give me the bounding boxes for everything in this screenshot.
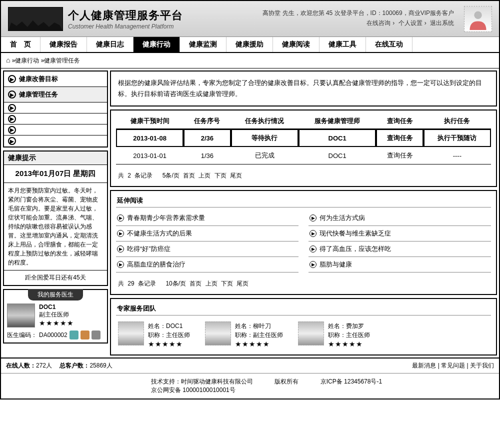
sidebar-item-1[interactable]: ▶健康管理任务 — [4, 87, 107, 102]
header-user-info: 高协堂 先生，欢迎您第 45 次登录平台，ID：100069，商业VIP服务客户… — [262, 8, 454, 28]
reading-item[interactable]: ▶不健康生活方式的后果 — [116, 226, 298, 242]
arrow-right-icon: ▶ — [117, 246, 124, 252]
sidebar-item-0[interactable]: ▶健康改善目标 — [4, 72, 107, 87]
reading-item[interactable]: ▶吃得“好”防癌症 — [116, 242, 298, 257]
member-rating: ★★★★★ — [235, 340, 283, 348]
task-cell: 2/36 — [184, 129, 230, 147]
reading-item[interactable]: ▶现代快餐与维生素缺乏症 — [308, 226, 491, 242]
team-member[interactable]: 姓名：柳叶刀职称：副主任医师★★★★★ — [205, 322, 283, 348]
nav-item-7[interactable]: 健康工具 — [320, 37, 366, 52]
nav-item-8[interactable]: 在线互动 — [366, 37, 412, 52]
reading-pager: 共 29 条记录 10条/页 首页 上页 下页 尾页 — [116, 272, 491, 291]
nav-item-3[interactable]: 健康行动 — [134, 37, 180, 52]
link-online-consult[interactable]: 在线咨询 — [366, 20, 390, 26]
nav-item-5[interactable]: 健康援助 — [226, 37, 273, 52]
task-page-first[interactable]: 首页 — [183, 172, 195, 179]
task-col-header: 任务执行情况 — [231, 114, 298, 129]
team-member[interactable]: 姓名：DOC1职称：主任医师★★★★★ — [118, 322, 190, 348]
link-personal-settings[interactable]: 个人设置 — [398, 20, 422, 26]
reading-item[interactable]: ▶何为生活方式病 — [308, 210, 491, 226]
task-row[interactable]: 2013-01-011/36已完成DOC1查询任务---- — [116, 147, 491, 164]
my-doctor-tab: 我的服务医生 — [28, 289, 83, 300]
logo-block: 个人健康管理服务平台 Customer Health Management Pl… — [8, 7, 183, 31]
footer-link[interactable]: 常见问题 — [441, 362, 465, 369]
nav-item-4[interactable]: 健康监测 — [180, 37, 226, 52]
action-chip-1[interactable] — [70, 330, 78, 340]
sidebar-item-empty[interactable]: ▶ — [4, 136, 107, 146]
arrow-right-icon: ▶ — [8, 104, 16, 112]
logo-image — [8, 7, 63, 31]
arrow-right-icon: ▶ — [8, 137, 16, 145]
reading-header: 延伸阅读 — [116, 194, 491, 208]
doctor-photo[interactable] — [7, 304, 35, 328]
sidebar-item-empty[interactable]: ▶ — [4, 124, 107, 136]
task-col-header: 服务健康管理师 — [298, 114, 376, 129]
member-title: 主任医师 — [166, 332, 190, 338]
footer-link[interactable]: 最新消息 — [412, 362, 436, 369]
doctor-code-label: 医生编码： — [7, 331, 37, 340]
reading-item[interactable]: ▶脂肪与健康 — [308, 257, 491, 272]
nav-item-2[interactable]: 健康日志 — [87, 37, 134, 52]
task-col-header: 执行任务 — [424, 114, 491, 129]
header: 个人健康管理服务平台 Customer Health Management Pl… — [1, 1, 499, 37]
task-cell: 等待执行 — [231, 129, 298, 147]
task-per-page: 5条/页 — [162, 172, 180, 179]
user-avatar[interactable] — [464, 6, 492, 32]
arrow-right-icon: ▶ — [117, 261, 124, 268]
platform-title-zh: 个人健康管理服务平台 — [68, 8, 183, 23]
member-rating: ★★★★★ — [148, 340, 190, 348]
task-cell: 已完成 — [231, 147, 298, 164]
member-title: 主任医师 — [346, 332, 370, 338]
task-pager: 共 2 条记录 5条/页 首页 上页 下页 尾页 — [116, 164, 491, 183]
member-name: 费加罗 — [346, 322, 364, 330]
task-cell: 1/36 — [184, 147, 230, 164]
task-cell[interactable]: 查询任务 — [376, 129, 423, 147]
reading-item[interactable]: ▶高脂血症的膳食治疗 — [116, 257, 298, 272]
reading-item[interactable]: ▶得了高血压，应该怎样吃 — [308, 242, 491, 257]
nav-item-0[interactable]: 首 页 — [1, 37, 40, 52]
sidebar-item-empty[interactable]: ▶ — [4, 114, 107, 124]
doctor-code: DA000002 — [39, 332, 68, 338]
task-table-panel: 健康干预时间任务序号任务执行情况服务健康管理师查询任务执行任务 2013-01-… — [110, 110, 497, 187]
action-chip-2[interactable] — [80, 330, 90, 340]
tip-header: 健康提示 — [4, 152, 107, 165]
reading-page-first[interactable]: 首页 — [190, 280, 202, 287]
gongan-number: 10000100010001号 — [182, 386, 235, 394]
nav-item-1[interactable]: 健康报告 — [40, 37, 87, 52]
link-logout[interactable]: 退出系统 — [430, 20, 454, 26]
reading-total: 29 — [128, 280, 134, 287]
task-cell[interactable]: ---- — [424, 147, 491, 164]
arrow-right-icon: ▶ — [8, 126, 16, 134]
team-member[interactable]: 姓名：费加罗职称：主任医师★★★★★ — [298, 322, 370, 348]
footer-stats: 在线人数：272人 总客户数：25869人 最新消息 | 常见问题 | 关于我们 — [1, 358, 499, 373]
reading-page-next[interactable]: 下页 — [221, 280, 233, 287]
breadcrumb-path: »健康行动 »健康管理任务 — [10, 57, 80, 64]
task-cell: 2013-01-08 — [116, 129, 184, 147]
reading-page-last[interactable]: 尾页 — [236, 280, 248, 287]
tip-body: 本月您要预防室内过敏。冬天时，紧闭门窗会将灰尘、霉菌、宠物皮毛留在室内。要是家里… — [4, 183, 107, 270]
reading-page-prev[interactable]: 上页 — [206, 280, 218, 287]
task-page-prev[interactable]: 上页 — [198, 172, 210, 179]
task-cell[interactable]: 执行干预随访 — [424, 129, 491, 147]
member-name: DOC1 — [166, 322, 182, 330]
nav-item-6[interactable]: 健康阅读 — [273, 37, 320, 52]
task-col-header: 任务序号 — [184, 114, 230, 129]
footer-legal: 技术支持：时间驱动健康科技有限公司 版权所有 京ICP备 12345678号-1… — [1, 373, 499, 398]
arrow-right-icon: ▶ — [310, 230, 316, 237]
doctor-name: DOC1 — [39, 304, 74, 310]
sidebar-item-empty[interactable]: ▶ — [4, 102, 107, 114]
footer-link[interactable]: 关于我们 — [470, 362, 494, 369]
doctor-title: 副主任医师 — [39, 310, 74, 319]
welcome-text: 高协堂 先生，欢迎您第 45 次登录平台，ID：100069，商业VIP服务客户 — [262, 8, 454, 18]
task-page-next[interactable]: 下页 — [214, 172, 226, 179]
task-cell: DOC1 — [298, 129, 376, 147]
task-page-last[interactable]: 尾页 — [230, 172, 242, 179]
arrow-right-icon: ▶ — [8, 115, 16, 123]
task-row[interactable]: 2013-01-082/36等待执行DOC1查询任务执行干预随访 — [116, 129, 491, 147]
reading-item[interactable]: ▶青春期青少年营养素需求量 — [116, 210, 298, 226]
notice-text: 根据您的健康风险评估结果，专家为您制定了合理的健康改善目标。只要认真配合健康管理… — [110, 70, 497, 106]
task-cell[interactable]: 查询任务 — [376, 147, 423, 164]
action-chip-3[interactable] — [92, 330, 100, 340]
breadcrumb: ⌂ »健康行动 »健康管理任务 — [1, 53, 499, 68]
doctor-rating: ★★★★★ — [39, 319, 74, 327]
